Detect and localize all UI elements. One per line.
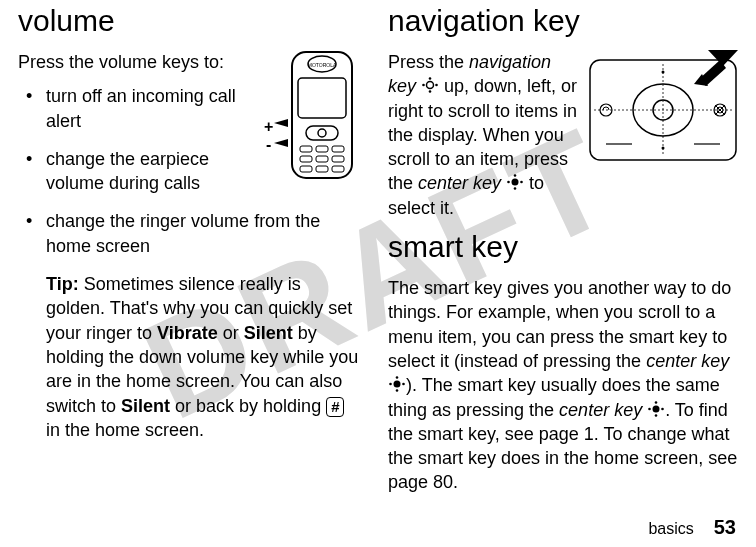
tip-text-b: or — [218, 323, 244, 343]
svg-point-44 — [507, 181, 510, 184]
center-key-term: center key — [418, 173, 501, 193]
smart-key-heading: smart key — [388, 230, 738, 264]
list-item: change the ringer volume from the home s… — [18, 209, 360, 258]
tip-label: Tip: — [46, 274, 79, 294]
svg-point-47 — [396, 376, 399, 379]
svg-point-52 — [655, 401, 658, 404]
hash-key-icon: # — [326, 397, 344, 417]
nav-text-a: Press the — [388, 52, 469, 72]
svg-point-39 — [422, 84, 425, 87]
svg-point-48 — [396, 389, 399, 392]
silent-option: Silent — [244, 323, 293, 343]
center-key-icon — [647, 400, 665, 418]
right-column: navigation key — [378, 0, 738, 547]
tip-text-e: in the home screen. — [46, 420, 204, 440]
page-number: 53 — [714, 516, 736, 538]
tip-text-d: or back by holding — [170, 396, 326, 416]
list-item: turn off an incoming call alert — [18, 84, 360, 133]
svg-point-54 — [648, 407, 651, 410]
list-item: change the earpiece volume during calls — [18, 147, 360, 196]
nav-key-icon — [421, 76, 439, 94]
page-footer: basics53 — [648, 516, 736, 539]
center-key-icon — [506, 173, 524, 191]
volume-heading: volume — [18, 4, 360, 38]
center-key-term-3: center key — [559, 400, 642, 420]
svg-point-50 — [402, 383, 405, 386]
silent-option-2: Silent — [121, 396, 170, 416]
svg-point-51 — [653, 405, 660, 412]
svg-point-36 — [427, 82, 434, 89]
center-key-icon — [388, 375, 406, 393]
svg-point-41 — [512, 179, 519, 186]
navigation-key-heading: navigation key — [388, 4, 738, 38]
svg-point-37 — [429, 77, 432, 80]
svg-point-55 — [661, 407, 664, 410]
svg-point-46 — [394, 381, 401, 388]
center-key-term-2: center key — [646, 351, 729, 371]
svg-point-32 — [662, 147, 665, 150]
svg-marker-18 — [274, 139, 288, 147]
tip-paragraph: Tip: Sometimes silence really is golden.… — [18, 272, 360, 442]
navigation-pad-illustration — [588, 50, 738, 168]
svg-point-53 — [655, 414, 658, 417]
left-column: volume MOTOROLA + - — [18, 0, 378, 547]
svg-point-40 — [435, 84, 438, 87]
smart-key-paragraph: The smart key gives you another way to d… — [388, 276, 738, 495]
svg-point-38 — [429, 90, 432, 93]
svg-point-43 — [514, 188, 517, 191]
svg-point-31 — [662, 71, 665, 74]
page-content: volume MOTOROLA + - — [0, 0, 756, 547]
vibrate-option: Vibrate — [157, 323, 218, 343]
svg-point-42 — [514, 175, 517, 178]
footer-section-label: basics — [648, 520, 693, 537]
volume-list: turn off an incoming call alert change t… — [18, 84, 360, 258]
svg-text:MOTOROLA: MOTOROLA — [308, 62, 337, 68]
svg-point-49 — [389, 383, 392, 386]
svg-point-45 — [520, 181, 523, 184]
